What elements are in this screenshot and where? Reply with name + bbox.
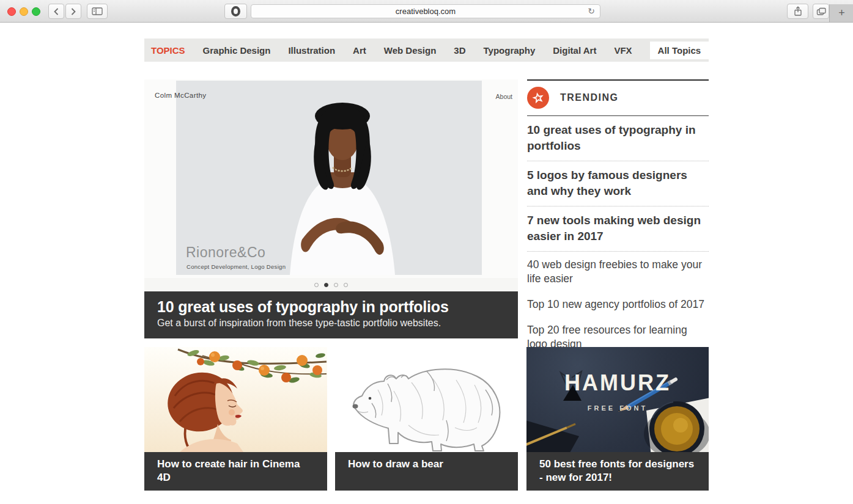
trending-item[interactable]: 10 great uses of typography in portfolio… — [527, 116, 709, 161]
carousel-dot-4[interactable] — [344, 283, 348, 287]
card-image-hair-illustration — [144, 347, 327, 452]
sidebar-icon — [92, 7, 103, 15]
trending-item[interactable]: 5 logos by famous designers and why they… — [527, 161, 709, 206]
hero-carousel-dots — [144, 278, 518, 291]
nav-item-web-design[interactable]: Web Design — [384, 45, 437, 56]
trending-item[interactable]: 40 web design freebies to make your life… — [527, 252, 709, 291]
sidebar-toggle-button[interactable] — [87, 4, 108, 19]
article-card-hair-cinema4d[interactable]: How to create hair in Cinema 4D — [144, 347, 327, 491]
nav-item-art[interactable]: Art — [353, 45, 366, 56]
hero-article-image[interactable]: Colm McCarthy About Rionore&Co Concept D… — [144, 79, 518, 278]
hamurz-font-title: HAMURZ — [526, 370, 709, 396]
article-card-draw-bear[interactable]: How to draw a bear — [335, 347, 518, 491]
carousel-dot-2[interactable] — [324, 283, 328, 287]
hero-site-name: Colm McCarthy — [155, 92, 206, 99]
tabs-icon — [816, 7, 826, 16]
show-tabs-button[interactable] — [813, 4, 829, 19]
browser-window: creativebloq.com ↻ + TOPICS Graphic Desi… — [0, 0, 853, 504]
card-title: How to create hair in Cinema 4D — [157, 458, 315, 484]
share-icon — [794, 6, 802, 16]
chevron-left-icon — [53, 7, 59, 16]
hero-brand-text: Rionore&Co — [186, 244, 265, 261]
minimize-button[interactable] — [20, 7, 28, 16]
trending-title: TRENDING — [560, 92, 619, 103]
hero-title: 10 great uses of typography in portfolio… — [157, 297, 506, 316]
card-image-hamurz-font: HAMURZ FREE FONT — [526, 347, 709, 452]
carousel-dot-3[interactable] — [334, 283, 338, 287]
reload-icon[interactable]: ↻ — [588, 6, 595, 16]
hero-brand-tagline: Concept Development, Logo Design — [186, 263, 286, 270]
back-button[interactable] — [48, 4, 64, 19]
share-button[interactable] — [787, 4, 808, 19]
carousel-dot-1[interactable] — [314, 283, 319, 287]
trending-sidebar: TRENDING 10 great uses of typography in … — [527, 79, 709, 357]
browser-toolbar: creativebloq.com ↻ + — [0, 0, 853, 23]
article-card-free-fonts[interactable]: HAMURZ FREE FONT 50 best free fonts for … — [526, 347, 709, 491]
zoom-button[interactable] — [32, 7, 40, 16]
close-button[interactable] — [7, 7, 16, 16]
nav-item-all-topics[interactable]: All Topics — [650, 42, 709, 59]
extension-button[interactable] — [224, 4, 247, 19]
url-text: creativebloq.com — [396, 7, 456, 16]
forward-button[interactable] — [65, 4, 81, 19]
address-bar[interactable]: creativebloq.com ↻ — [251, 4, 600, 18]
hero-site-about-link: About — [496, 93, 512, 100]
card-caption[interactable]: How to create hair in Cinema 4D — [144, 452, 327, 491]
trending-star-icon — [527, 87, 549, 109]
nav-item-illustration[interactable]: Illustration — [288, 45, 335, 56]
nav-item-graphic-design[interactable]: Graphic Design — [203, 45, 271, 56]
trending-header: TRENDING — [527, 81, 709, 116]
extension-icon — [231, 6, 240, 16]
hamurz-font-subtitle: FREE FONT — [526, 404, 709, 412]
trending-item[interactable]: Top 10 new agency portfolios of 2017 — [527, 291, 709, 317]
card-title: How to draw a bear — [348, 458, 506, 471]
nav-item-vfx[interactable]: VFX — [614, 45, 632, 56]
chevron-right-icon — [70, 7, 76, 16]
hero-subtitle: Get a burst of inspiration from these ty… — [157, 318, 506, 329]
nav-item-typography[interactable]: Typography — [484, 45, 536, 56]
card-caption[interactable]: 50 best free fonts for designers - new f… — [526, 452, 709, 491]
nav-item-digital-art[interactable]: Digital Art — [553, 45, 596, 56]
topics-nav: TOPICS Graphic Design Illustration Art W… — [144, 38, 709, 62]
hero-caption[interactable]: 10 great uses of typography in portfolio… — [144, 291, 518, 338]
card-caption[interactable]: How to draw a bear — [335, 452, 518, 491]
trending-item[interactable]: 7 new tools making web design easier in … — [527, 206, 709, 252]
card-title: 50 best free fonts for designers - new f… — [539, 458, 696, 484]
new-tab-button[interactable]: + — [829, 4, 853, 22]
nav-item-3d[interactable]: 3D — [454, 45, 465, 56]
topics-label: TOPICS — [151, 45, 185, 56]
card-image-bear-sketch — [335, 347, 518, 452]
